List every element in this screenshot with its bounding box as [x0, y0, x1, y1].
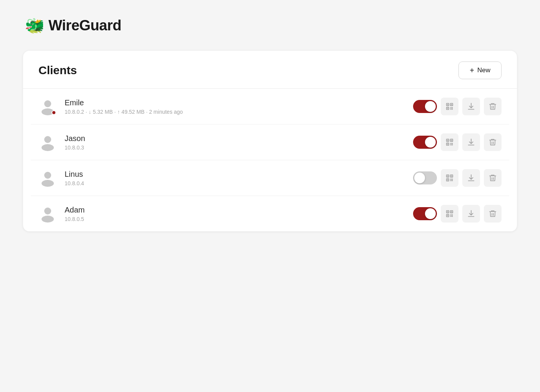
clients-card: Clients + New Emile10.8.0.2 · ↓ 5.32 MB …: [23, 51, 517, 231]
download-button[interactable]: [462, 169, 480, 187]
download-icon: [467, 102, 475, 111]
client-name: Emile: [65, 98, 405, 107]
clients-list: Emile10.8.0.2 · ↓ 5.32 MB · ↑ 49.52 MB ·…: [23, 89, 517, 231]
svg-point-17: [42, 144, 54, 151]
client-row: Linus10.8.0.4: [31, 160, 509, 196]
card-header: Clients + New: [23, 51, 517, 89]
svg-rect-37: [451, 176, 452, 177]
svg-rect-27: [450, 145, 452, 146]
client-row: Emile10.8.0.2 · ↓ 5.32 MB · ↑ 49.52 MB ·…: [31, 89, 509, 125]
svg-rect-8: [447, 108, 448, 109]
client-info: Linus10.8.0.4: [65, 170, 405, 186]
delete-button[interactable]: [484, 133, 502, 151]
svg-rect-10: [450, 107, 452, 108]
svg-rect-36: [447, 176, 448, 177]
client-row: Adam10.8.0.5: [31, 196, 509, 231]
svg-point-1: [44, 100, 51, 107]
app-wrapper: 🐲 WireGuard Clients + New Emile10.8.0.2 …: [0, 0, 540, 392]
svg-rect-52: [451, 211, 452, 213]
delete-button[interactable]: [484, 98, 502, 115]
download-button[interactable]: [462, 98, 480, 115]
trash-icon: [488, 102, 497, 111]
svg-rect-38: [447, 179, 448, 181]
new-client-button[interactable]: + New: [458, 61, 502, 79]
avatar-container: [38, 133, 57, 151]
svg-point-47: [42, 216, 54, 223]
client-meta: 10.8.0.5: [65, 216, 405, 222]
qr-code-button[interactable]: [441, 205, 458, 223]
client-actions: [413, 169, 502, 187]
svg-point-46: [44, 208, 51, 214]
client-actions: [413, 133, 502, 151]
qr-code-button[interactable]: [441, 98, 458, 115]
client-name: Linus: [65, 170, 405, 179]
qr-icon: [445, 209, 454, 218]
svg-point-32: [42, 180, 54, 187]
svg-rect-58: [452, 216, 453, 217]
client-toggle[interactable]: [413, 171, 437, 184]
client-toggle[interactable]: [413, 207, 437, 220]
svg-rect-40: [450, 179, 452, 180]
qr-icon: [445, 102, 454, 111]
download-button[interactable]: [462, 205, 480, 223]
client-toggle[interactable]: [413, 100, 437, 113]
delete-button[interactable]: [484, 205, 502, 223]
client-info: Emile10.8.0.2 · ↓ 5.32 MB · ↑ 49.52 MB ·…: [65, 98, 405, 115]
new-button-label: New: [477, 66, 490, 74]
client-actions: [413, 98, 502, 115]
download-button[interactable]: [462, 133, 480, 151]
qr-icon: [445, 138, 454, 146]
svg-rect-43: [452, 180, 453, 181]
download-icon: [467, 209, 475, 218]
avatar-icon: [38, 133, 57, 151]
plus-icon: +: [470, 66, 474, 74]
svg-rect-57: [450, 216, 452, 217]
svg-rect-13: [452, 109, 453, 110]
download-icon: [467, 174, 475, 182]
svg-rect-26: [452, 143, 453, 144]
svg-rect-21: [447, 140, 448, 141]
svg-rect-42: [450, 180, 452, 181]
svg-rect-7: [451, 104, 452, 105]
svg-point-16: [44, 136, 51, 143]
trash-icon: [488, 209, 497, 218]
svg-rect-23: [447, 144, 448, 145]
client-meta: 10.8.0.4: [65, 180, 405, 186]
avatar-icon: [38, 169, 57, 187]
client-name: Jason: [65, 134, 405, 143]
download-icon: [467, 138, 475, 146]
client-name: Adam: [65, 206, 405, 214]
client-actions: [413, 205, 502, 223]
svg-rect-22: [451, 140, 452, 141]
app-title: WireGuard: [48, 17, 121, 34]
svg-rect-41: [452, 179, 453, 180]
client-meta: 10.8.0.2 · ↓ 5.32 MB · ↑ 49.52 MB · 2 mi…: [65, 109, 405, 115]
qr-icon: [445, 174, 454, 182]
qr-code-button[interactable]: [441, 169, 458, 187]
client-meta: 10.8.0.3: [65, 145, 405, 151]
avatar-container: [38, 204, 57, 223]
svg-rect-28: [452, 145, 453, 146]
clients-title: Clients: [38, 64, 77, 77]
avatar-container: [38, 97, 57, 116]
svg-rect-53: [447, 215, 448, 216]
online-dot: [52, 110, 56, 115]
qr-code-button[interactable]: [441, 133, 458, 151]
svg-rect-56: [452, 214, 453, 216]
client-info: Jason10.8.0.3: [65, 134, 405, 151]
wireguard-logo-icon: 🐲: [23, 15, 43, 35]
client-toggle[interactable]: [413, 136, 437, 149]
trash-icon: [488, 174, 497, 182]
trash-icon: [488, 138, 497, 146]
svg-text:🐲: 🐲: [25, 15, 43, 35]
svg-rect-51: [447, 211, 448, 213]
avatar-icon: [38, 204, 57, 223]
svg-rect-11: [452, 107, 453, 108]
svg-rect-6: [447, 104, 448, 105]
svg-rect-25: [450, 143, 452, 144]
avatar-container: [38, 169, 57, 187]
svg-rect-55: [450, 214, 452, 216]
client-row: Jason10.8.0.3: [31, 125, 509, 160]
client-info: Adam10.8.0.5: [65, 206, 405, 222]
delete-button[interactable]: [484, 169, 502, 187]
